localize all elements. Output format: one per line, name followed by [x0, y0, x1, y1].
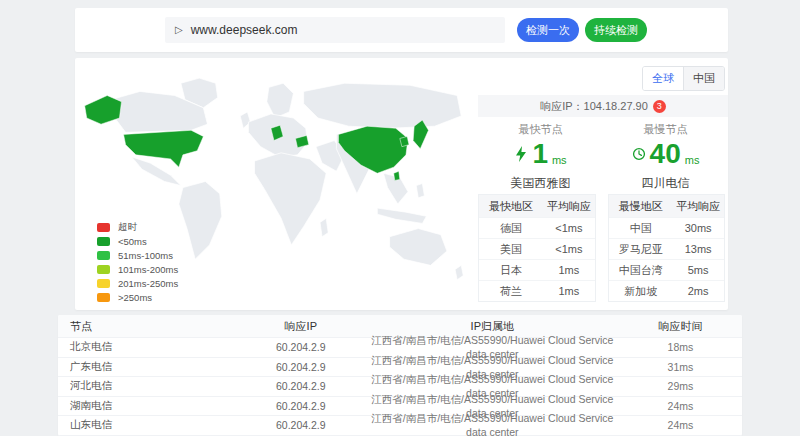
- node-cell: 河北电信: [58, 379, 236, 393]
- region-row: 中国30ms: [609, 217, 724, 238]
- map-landmass-russia: [304, 83, 462, 128]
- region-header-cell: 平均响应: [543, 195, 595, 217]
- region-cell: 德国: [479, 218, 543, 238]
- legend-item: 51ms-100ms: [97, 249, 178, 262]
- region-row: 罗马尼亚13ms: [609, 238, 724, 259]
- legend-swatch: [97, 223, 110, 232]
- map-country-taiwan: [394, 171, 400, 180]
- map-landmass-new-zealand: [455, 265, 463, 279]
- legend-label: 超时: [118, 221, 137, 234]
- region-cell: 中国: [609, 218, 672, 238]
- node-cell: 江西省/南昌市/电信/AS55990/Huawei Cloud Service …: [366, 412, 619, 436]
- node-cell: 山东电信: [58, 418, 236, 432]
- map-legend: 超时<50ms51ms-100ms101ms-200ms201ms-250ms>…: [97, 221, 178, 305]
- region-cell: <1ms: [543, 239, 595, 259]
- url-value: www.deepseek.com: [191, 23, 298, 37]
- node-cell: 60.204.2.9: [236, 400, 366, 412]
- ip-count-badge[interactable]: 3: [653, 100, 666, 113]
- region-cell: 30ms: [672, 218, 724, 238]
- region-row: 德国<1ms: [479, 217, 595, 238]
- legend-item: 201ms-250ms: [97, 277, 178, 290]
- fastest-regions-table: 最快地区平均响应德国<1ms美国<1ms日本1ms荷兰1ms: [478, 194, 596, 302]
- region-row: 美国<1ms: [479, 238, 595, 259]
- map-landmass-africa: [255, 153, 327, 245]
- node-cell: 24ms: [619, 419, 742, 431]
- scope-tabs: 全球 中国: [642, 66, 725, 91]
- node-cell: 29ms: [619, 380, 742, 392]
- region-row: 新加坡2ms: [609, 280, 724, 301]
- region-cell: 荷兰: [479, 281, 543, 301]
- map-landmass-madagascar: [320, 218, 328, 236]
- region-cell: 2ms: [672, 281, 724, 301]
- map-landmass-australia: [390, 229, 447, 266]
- legend-item: 超时: [97, 221, 178, 234]
- map-landmass-philippines: [416, 184, 424, 198]
- legend-swatch: [97, 293, 110, 302]
- region-cell: 美国: [479, 239, 543, 259]
- main-panel: 超时<50ms51ms-100ms101ms-200ms201ms-250ms>…: [75, 58, 728, 310]
- slowest-node-location: 四川电信: [603, 175, 728, 192]
- test-once-button[interactable]: 检测一次: [517, 18, 579, 42]
- legend-item: 101ms-200ms: [97, 263, 178, 276]
- toolbar: ▷ www.deepseek.com 检测一次 持续检测: [75, 8, 728, 52]
- summary-panel: 全球 中国 响应IP： 104.18.27.90 3 最快节点 1 ms 美国西…: [478, 58, 728, 310]
- legend-swatch: [97, 279, 110, 288]
- slowest-node-value: 40: [650, 140, 681, 168]
- url-input[interactable]: ▷ www.deepseek.com: [165, 17, 505, 43]
- region-cell: 13ms: [672, 239, 724, 259]
- region-cell: 罗马尼亚: [609, 239, 672, 259]
- region-cell: 1ms: [543, 281, 595, 301]
- fastest-node-unit: ms: [552, 154, 567, 166]
- legend-label: >250ms: [118, 292, 152, 303]
- response-ip-label: 响应IP：: [540, 99, 583, 114]
- node-cell: 60.204.2.9: [236, 341, 366, 353]
- region-row: 中国台湾5ms: [609, 259, 724, 280]
- region-table-header: 最快地区平均响应: [479, 195, 595, 217]
- region-header-cell: 最慢地区: [609, 195, 672, 217]
- tab-china[interactable]: 中国: [683, 67, 724, 90]
- slowest-node-unit: ms: [685, 154, 700, 166]
- node-table: 节点响应IPIP归属地响应时间北京电信60.204.2.9江西省/南昌市/电信/…: [58, 315, 742, 436]
- fastest-node-title: 最快节点: [478, 122, 603, 137]
- region-cell: 5ms: [672, 260, 724, 280]
- legend-item: >250ms: [97, 291, 178, 304]
- fastest-node-location: 美国西雅图: [478, 175, 603, 192]
- node-header-cell: 响应IP: [236, 319, 366, 334]
- region-cell: <1ms: [543, 218, 595, 238]
- legend-label: 101ms-200ms: [118, 264, 178, 275]
- node-cell: 湖南电信: [58, 399, 236, 413]
- node-cell: 60.204.2.9: [236, 380, 366, 392]
- stats-row: 最快节点 1 ms 美国西雅图 最慢节点 40 ms 四川电信: [478, 122, 728, 192]
- legend-swatch: [97, 237, 110, 246]
- region-cell: 中国台湾: [609, 260, 672, 280]
- region-cell: 1ms: [543, 260, 595, 280]
- region-header-cell: 最快地区: [479, 195, 543, 217]
- region-row: 荷兰1ms: [479, 280, 595, 301]
- legend-label: <50ms: [118, 236, 147, 247]
- run-icon: ▷: [175, 25, 183, 35]
- slowest-regions-table: 最慢地区平均响应中国30ms罗马尼亚13ms中国台湾5ms新加坡2ms: [608, 194, 725, 302]
- region-header-cell: 平均响应: [672, 195, 724, 217]
- map-landmass-indonesia: [377, 208, 426, 223]
- clock-icon: [632, 146, 646, 162]
- tab-global[interactable]: 全球: [643, 67, 683, 90]
- continuous-test-button[interactable]: 持续检测: [585, 18, 647, 42]
- fastest-node-value: 1: [532, 140, 548, 168]
- node-header-cell: IP归属地: [366, 319, 619, 334]
- region-cell: 日本: [479, 260, 543, 280]
- node-cell: 北京电信: [58, 340, 236, 354]
- map-landmass-south-america: [179, 181, 222, 259]
- node-cell: 31ms: [619, 361, 742, 373]
- node-header-cell: 响应时间: [619, 319, 742, 334]
- response-ip-bar: 响应IP： 104.18.27.90 3: [478, 95, 728, 117]
- legend-item: <50ms: [97, 235, 178, 248]
- node-cell: 60.204.2.9: [236, 361, 366, 373]
- node-cell: 24ms: [619, 400, 742, 412]
- map-landmass-scandinavia: [267, 83, 294, 118]
- legend-label: 51ms-100ms: [118, 250, 173, 261]
- slowest-node-title: 最慢节点: [603, 122, 728, 137]
- region-table-header: 最慢地区平均响应: [609, 195, 724, 217]
- fastest-node-stat: 最快节点 1 ms 美国西雅图: [478, 122, 603, 192]
- slowest-node-stat: 最慢节点 40 ms 四川电信: [603, 122, 728, 192]
- region-cell: 新加坡: [609, 281, 672, 301]
